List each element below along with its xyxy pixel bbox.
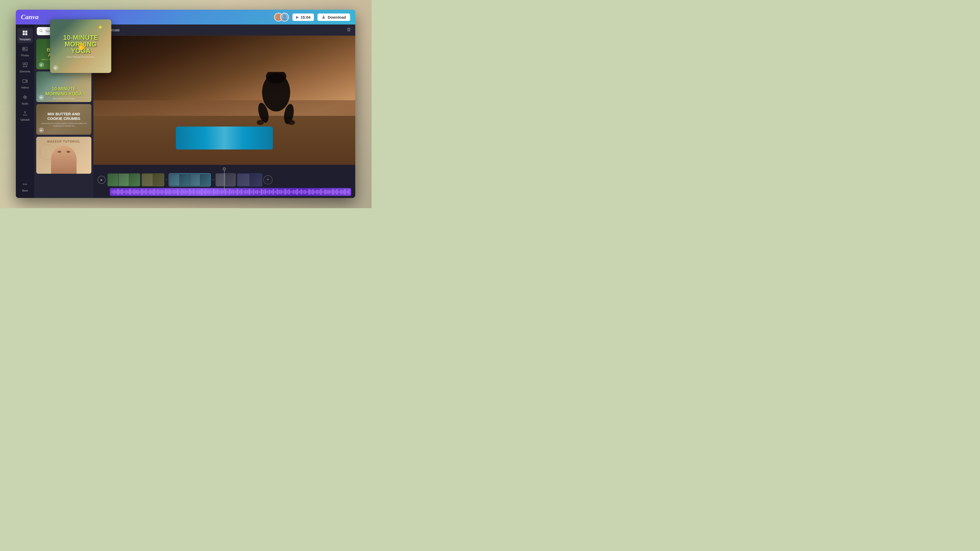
audio-track[interactable]: // Generate waveform bars document.addEv… (110, 188, 351, 196)
scrubber-line (224, 170, 224, 191)
add-clip-button[interactable]: + (263, 175, 272, 184)
svg-point-25 (288, 120, 295, 125)
yoga-play[interactable]: ▶ (39, 95, 44, 100)
sidebar-item-photos[interactable]: Photos (17, 44, 33, 59)
clip-1-thumbs (107, 173, 140, 186)
sidebar-item-uploads[interactable]: Uploads (17, 108, 33, 124)
timeline-clip-2[interactable] (142, 173, 164, 186)
timer-value: 15:04 (301, 15, 310, 19)
photos-icon (22, 46, 28, 53)
cookies-subtitle: I personally love crushed graham cracker… (39, 122, 89, 127)
svg-point-13 (23, 63, 25, 65)
svg-point-16 (23, 184, 24, 185)
sidebar-more-label: More (22, 189, 28, 192)
svg-rect-14 (25, 63, 27, 65)
templates-icon (22, 30, 28, 37)
timeline-area: ▶ (94, 165, 355, 198)
more-icon (22, 181, 28, 188)
hover-yoga-play[interactable]: ▶ (53, 65, 58, 70)
svg-rect-10 (25, 33, 27, 35)
svg-point-4 (283, 14, 286, 17)
canva-logo: Canva (21, 13, 38, 21)
download-label: Download (328, 15, 346, 19)
header-right: ▶ 15:04 Download (274, 13, 350, 21)
sidebar-item-templates[interactable]: Templates (17, 28, 33, 43)
svg-rect-8 (25, 30, 27, 33)
sidebar-audio-label: Audio (22, 102, 28, 105)
svg-rect-15 (23, 79, 26, 83)
template-card-makeup[interactable]: MAKEUP TUTORIAL (36, 137, 91, 174)
sidebar-item-videos[interactable]: Videos (17, 76, 33, 91)
plus-divider-2: + (212, 178, 214, 182)
hover-yoga-subtitle: Easy Vinyasa Flow Routine (54, 56, 107, 58)
timeline-clip-4[interactable] (215, 173, 236, 186)
sidebar-photos-label: Photos (21, 54, 29, 57)
cookies-overlay: MIX BUTTER ANDCOOKIE CRUMBS I personally… (36, 104, 91, 135)
elements-icon (22, 62, 28, 69)
sidebar-item-audio[interactable]: Audio (17, 92, 33, 107)
template-card-yoga[interactable]: 10-MINUTEMORNING YOGA Easy Vinyasa Flow … (36, 71, 91, 102)
hover-yoga-card[interactable]: ✦ 10-MINUTEMORNING YOGA Easy Vinyasa Flo… (50, 24, 111, 73)
animate-bar: Animate (94, 24, 355, 36)
svg-rect-6 (322, 18, 325, 18)
uploads-icon (22, 110, 28, 118)
plus-divider-1: + (165, 178, 168, 182)
video-preview (94, 36, 355, 165)
person-figure (243, 72, 309, 134)
timer-play-icon: ▶ (296, 15, 299, 19)
timer-button[interactable]: ▶ 15:04 (293, 14, 314, 21)
sidebar: Templates Photos (16, 24, 34, 198)
scrubber-head (223, 167, 226, 170)
download-icon (321, 15, 326, 19)
avatar-2-initials (281, 13, 288, 21)
svg-rect-9 (23, 33, 25, 35)
svg-point-17 (24, 184, 25, 185)
trash-icon[interactable] (347, 27, 351, 33)
svg-point-18 (26, 184, 27, 185)
svg-point-24 (257, 120, 264, 125)
yoga-scene (94, 36, 355, 165)
timeline-clip-3[interactable] (169, 173, 211, 186)
clip-3-thumbs (169, 174, 210, 186)
editor-container: Canva (16, 10, 355, 198)
main-content: Templates Photos (16, 24, 355, 198)
videos-icon (22, 78, 28, 85)
clip-4-thumbs (215, 173, 236, 186)
svg-point-1 (277, 14, 280, 17)
avatar-2 (280, 13, 289, 21)
search-icon (39, 29, 43, 33)
audio-waveform: // Generate waveform bars document.addEv… (110, 188, 351, 196)
clip-2-thumbs (142, 173, 164, 186)
canvas-area: Animate (94, 24, 355, 198)
sidebar-templates-label: Templates (19, 38, 31, 41)
cookies-title: MIX BUTTER ANDCOOKIE CRUMBS (47, 112, 80, 121)
download-button[interactable]: Download (318, 14, 350, 21)
yoga-title: 10-MINUTEMORNING YOGA (39, 86, 89, 97)
backpacking-play[interactable]: ▶ (39, 62, 44, 67)
clip-5-thumbs (237, 173, 262, 186)
add-clip-icon: + (266, 177, 269, 183)
timeline-clip-5[interactable] (237, 173, 262, 186)
yoga-subtitle: Easy Vinyasa Flow Routine (39, 98, 89, 100)
audio-icon (22, 94, 28, 101)
sidebar-videos-label: Videos (21, 86, 29, 89)
timeline-scrubber (94, 167, 355, 171)
template-card-cookies[interactable]: MIX BUTTER ANDCOOKIE CRUMBS I personally… (36, 104, 91, 135)
sidebar-uploads-label: Uploads (21, 118, 30, 121)
avatars (274, 13, 289, 21)
cookies-play[interactable]: ▶ (39, 127, 44, 133)
timeline-clip-1[interactable] (107, 173, 140, 186)
sidebar-item-elements[interactable]: Elements (17, 60, 33, 75)
svg-rect-7 (23, 30, 25, 33)
cursor-hand: 🖐 (77, 42, 86, 51)
timeline-clips: + + (107, 173, 351, 187)
svg-point-5 (282, 18, 287, 21)
sidebar-item-more[interactable]: More (17, 179, 33, 194)
timeline-play-button[interactable]: ▶ (97, 176, 106, 184)
sidebar-elements-label: Elements (20, 70, 30, 73)
